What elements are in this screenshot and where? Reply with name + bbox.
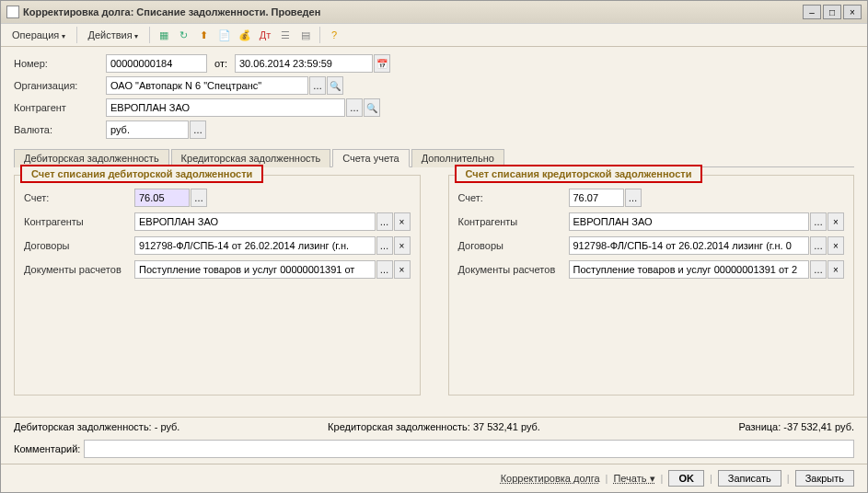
docs-label: Документы расчетов — [24, 264, 134, 275]
ellipsis-button[interactable]: … — [376, 212, 393, 231]
credit-contract-input[interactable] — [569, 236, 810, 255]
credit-account-input[interactable] — [569, 189, 624, 207]
comment-label: Комментарий: — [14, 443, 80, 454]
org-input[interactable] — [106, 76, 308, 95]
window-icon — [6, 6, 19, 18]
debt-adjustment-link[interactable]: Корректировка долга — [501, 473, 600, 484]
maximize-button[interactable]: □ — [823, 5, 841, 19]
debit-writeoff-fieldset: Счет списания дебиторской задолженности … — [14, 175, 421, 396]
minimize-button[interactable]: – — [803, 5, 821, 19]
org-label: Организация: — [14, 80, 106, 91]
number-input[interactable] — [106, 54, 207, 73]
operation-menu[interactable]: Операция — [6, 28, 71, 42]
toolbar-icon-2[interactable]: ↻ — [176, 27, 192, 43]
summary-bar: Дебиторская задолженность: - руб. Кредит… — [1, 417, 867, 436]
date-input[interactable] — [235, 54, 373, 73]
debit-account-input[interactable] — [134, 189, 190, 207]
contr-label: Контрагенты — [24, 216, 134, 227]
toolbar-separator — [76, 27, 77, 43]
clear-icon[interactable]: × — [394, 236, 411, 255]
ellipsis-button[interactable]: … — [810, 236, 827, 255]
ellipsis-button[interactable]: … — [309, 76, 326, 95]
currency-input[interactable] — [106, 120, 189, 139]
diff-summary: Разница: -37 532,41 руб. — [574, 421, 854, 432]
toolbar: Операция Действия ▦ ↻ ⬆ 📄 💰 Дт ☰ ▤ ? — [1, 24, 867, 47]
contr-label: Контрагент — [14, 102, 106, 113]
ok-button[interactable]: OK — [668, 470, 704, 487]
ellipsis-button[interactable]: … — [810, 260, 827, 279]
calendar-icon[interactable]: 📅 — [374, 54, 390, 73]
contr-label: Контрагенты — [458, 216, 569, 227]
clear-icon[interactable]: × — [827, 212, 844, 231]
debit-summary: Дебиторская задолженность: - руб. — [14, 421, 294, 432]
contract-label: Договоры — [24, 240, 134, 251]
ellipsis-button[interactable]: … — [810, 212, 827, 231]
docs-label: Документы расчетов — [458, 264, 569, 275]
account-label: Счет: — [458, 192, 569, 203]
toolbar-icon-6[interactable]: Дт — [257, 27, 273, 43]
help-icon[interactable]: ? — [326, 27, 342, 43]
clear-icon[interactable]: × — [827, 260, 844, 279]
toolbar-separator — [319, 27, 320, 43]
ellipsis-button[interactable]: … — [190, 120, 206, 139]
contr-input[interactable] — [106, 98, 345, 117]
toolbar-icon-1[interactable]: ▦ — [156, 27, 172, 43]
debit-contract-input[interactable] — [134, 236, 376, 255]
number-label: Номер: — [14, 58, 106, 69]
save-button[interactable]: Записать — [718, 470, 781, 487]
close-button[interactable]: Закрыть — [795, 470, 854, 487]
toolbar-separator — [149, 27, 150, 43]
ellipsis-button[interactable]: … — [346, 98, 363, 117]
clear-icon[interactable]: × — [827, 236, 844, 255]
contract-label: Договоры — [458, 240, 569, 251]
debit-docs-input[interactable] — [134, 260, 376, 279]
ellipsis-button[interactable]: … — [376, 260, 393, 279]
search-icon[interactable]: 🔍 — [327, 76, 343, 95]
print-button[interactable]: Печать ▾ — [613, 473, 654, 485]
credit-legend: Счет списания кредиторской задолженности — [455, 165, 703, 183]
clear-icon[interactable]: × — [394, 260, 411, 279]
toolbar-icon-5[interactable]: 💰 — [237, 27, 253, 43]
actions-menu[interactable]: Действия — [83, 28, 144, 42]
ellipsis-button[interactable]: … — [376, 236, 393, 255]
window-title: Корректировка долга: Списание задолженно… — [23, 6, 803, 17]
clear-icon[interactable]: × — [394, 212, 411, 231]
ellipsis-button[interactable]: … — [191, 189, 207, 207]
toolbar-icon-7[interactable]: ☰ — [277, 27, 294, 43]
credit-summary: Кредиторская задолженность: 37 532,41 ру… — [294, 421, 573, 432]
credit-contr-input[interactable] — [569, 212, 810, 231]
tab-accounts[interactable]: Счета учета — [332, 149, 409, 167]
debit-legend: Счет списания дебиторской задолженности — [20, 165, 263, 183]
comment-input[interactable] — [84, 440, 854, 458]
account-label: Счет: — [24, 192, 134, 203]
titlebar: Корректировка долга: Списание задолженно… — [1, 1, 867, 24]
credit-writeoff-fieldset: Счет списания кредиторской задолженности… — [448, 175, 855, 396]
toolbar-icon-3[interactable]: ⬆ — [196, 27, 213, 43]
footer: Корректировка долга | Печать ▾ | OK | За… — [1, 464, 867, 492]
debit-contr-input[interactable] — [134, 212, 376, 231]
toolbar-icon-8[interactable]: ▤ — [297, 27, 314, 43]
currency-label: Валюта: — [14, 124, 106, 135]
ellipsis-button[interactable]: … — [625, 189, 642, 207]
close-button[interactable]: × — [843, 5, 862, 19]
search-icon[interactable]: 🔍 — [364, 98, 380, 117]
from-label: от: — [207, 58, 235, 69]
credit-docs-input[interactable] — [569, 260, 810, 279]
toolbar-icon-4[interactable]: 📄 — [216, 27, 233, 43]
